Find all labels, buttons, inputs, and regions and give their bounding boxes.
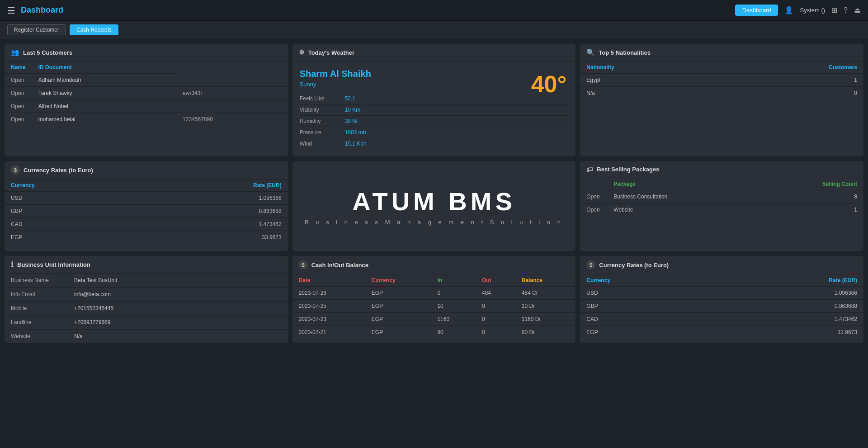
table-row: 2023-07-21 EGP 80 0 80 Dr [292,326,576,339]
biz-value: info@beta.com [74,291,111,297]
biz-label: Business Name [11,277,74,283]
col-rate2: Rate (EUR) [713,274,863,287]
bestsellingpackages-table: Package Selling Count OpenBusiness Consu… [580,178,863,216]
currencyrates1-title: Currency Rates (to Euro) [24,167,93,174]
col-balance: Balance [515,274,576,287]
cash-balance: 484 Cr [515,287,576,300]
weather-row-value: 38 % [345,118,357,124]
cash-currency: EGP [365,287,431,300]
pkg-count: 8 [756,190,863,203]
currencyrates1-table: Currency Rate (EUR) USD1.096366GBP0.8636… [5,179,288,244]
currency-name2: USD [580,287,713,300]
currencyrates2-title: Currency Rates (to Euro) [599,262,669,269]
weather-body: Sharm Al Shaikh Sunny 40° Feels Like52.1… [292,61,576,156]
cash-date: 2023-07-26 [292,287,365,300]
user-label: System () [800,7,825,14]
biz-value: N/a [74,333,83,340]
customer-name: mohamed belal [32,113,176,126]
cash-date: 2023-07-25 [292,300,365,313]
biz-info-row: Mobile+201552345445 [5,302,288,316]
col-pkg-name: Package [607,178,756,190]
table-row: CAD1.473462 [580,313,863,326]
pkg-name: Business Consultation [607,190,756,203]
dashboard-button[interactable]: Dashboard [735,5,778,16]
customer-name: Tarek Shawky [32,87,176,100]
account-icon[interactable]: 👤 [784,6,793,14]
top5nationalities-header: 🔍 Top 5 Nationalities [580,44,863,61]
main-grid: 👥 Last 5 Customers Name ID Document Open… [0,39,868,348]
weather-row-value: 10 Km [345,107,361,113]
col-nationality: Nationality [580,61,721,74]
biz-label: Website [11,333,74,340]
currency-rate: 0.863688 [138,205,288,218]
cash-in: 1160 [431,313,476,326]
weather-row-label: Pressure [300,129,345,136]
weather-row: Pressure1003 mb [300,127,569,138]
cashinout-panel: $ Cash In/Out Balance Date Currency In O… [292,256,576,343]
currency-name: USD [5,192,138,205]
col-pkg-count: Selling Count [756,178,863,190]
cash-receipts-button[interactable]: Cash Receipts [70,24,118,35]
currency-name2: CAD [580,313,713,326]
weather-row-label: Visibility [300,107,345,113]
cash-in: 0 [431,287,476,300]
col-in: In [431,274,476,287]
nat-count: 0 [721,87,863,100]
customer-id [176,100,288,113]
businessinfo-header: ℹ Business Unit Information [5,256,288,274]
table-row: 2023-07-25 EGP 10 0 10 Dr [292,300,576,313]
register-customer-button[interactable]: Register Customer [7,24,66,35]
cash-out: 0 [476,313,515,326]
help-icon[interactable]: ? [844,6,848,14]
weather-condition: Sunny [300,81,569,88]
currency-name: CAD [5,218,138,231]
currency-rate: 33.9673 [138,231,288,244]
cash-currency: EGP [365,300,431,313]
table-row: OpenAdham Mamdouh [5,74,288,87]
col-rate: Rate (EUR) [138,179,288,192]
dollar2-icon: $ [586,260,595,269]
currencyrates2-table: Currency Rate (EUR) USD1.096366GBP0.8636… [580,274,863,339]
currency-name2: GBP [580,300,713,313]
cash-out: 0 [476,326,515,339]
cash-out: 484 [476,287,515,300]
col-pkg-status [580,178,607,190]
col-name: Name [5,61,32,74]
bestsellingpackages-title: Best Selling Packages [597,166,659,173]
table-row: EGP33.9673 [5,231,288,244]
currency-rate2: 1.096366 [713,287,863,300]
table-row: Egypt1 [580,74,863,87]
bestsellingpackages-header: 🏷 Best Selling Packages [580,161,863,178]
logo-sub: B u s i n e s s M a n a g e m e n t S o … [305,219,563,226]
app-title: Dashboard [21,5,63,15]
weather-row-label: Humidity [300,118,345,124]
cashinout-title: Cash In/Out Balance [311,262,368,269]
table-row: OpenWebsite1 [580,203,863,217]
cash-date: 2023-07-23 [292,313,365,326]
col-out: Out [476,274,515,287]
apps-icon[interactable]: ⊞ [831,6,837,14]
last5customers-panel: 👥 Last 5 Customers Name ID Document Open… [5,44,288,156]
pkg-name: Website [607,203,756,217]
weather-row-value: 1003 mb [345,129,366,136]
weather-row: Feels Like52.1 [300,93,569,104]
biz-info-row: Business NameBeta Test BusUnit [5,274,288,288]
currencyrates1-header: $ Currency Rates (to Euro) [5,161,288,179]
table-row: EGP33.9673 [580,326,863,339]
weather-icon: ❄ [299,48,305,57]
weather-row-label: Feels Like [300,95,345,102]
last5customers-header: 👥 Last 5 Customers [5,44,288,61]
currency-name: EGP [5,231,138,244]
customer-status: Open [5,113,32,126]
currency-name: GBP [5,205,138,218]
currency-rate2: 1.473462 [713,313,863,326]
hamburger-icon[interactable]: ☰ [7,5,15,16]
logout-icon[interactable]: ⏏ [854,6,861,14]
table-row: N/a0 [580,87,863,100]
cash-date: 2023-07-21 [292,326,365,339]
table-row: 2023-07-23 EGP 1160 0 1160 Dr [292,313,576,326]
top5nationalities-title: Top 5 Nationalities [599,49,651,56]
col-cur2: Currency [580,274,713,287]
nationality: Egypt [580,74,721,87]
tag-icon: 🏷 [586,165,593,173]
